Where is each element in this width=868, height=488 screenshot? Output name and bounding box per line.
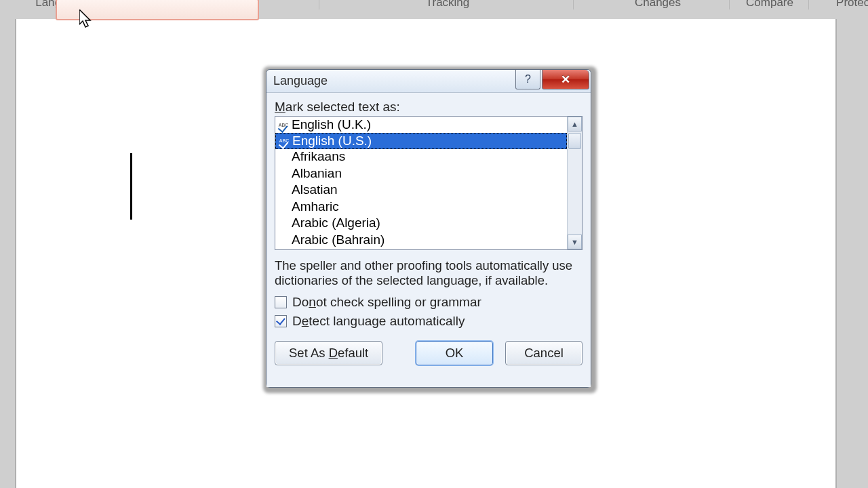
ribbon-group-tracking: Tracking <box>420 0 475 5</box>
dialog-close-button[interactable]: ✕ <box>542 70 589 89</box>
scrollbar[interactable]: ▲ ▼ <box>567 117 582 249</box>
language-listbox[interactable]: ABCEnglish (U.K.)ABCEnglish (U.S.)Afrika… <box>275 116 583 250</box>
language-name: Alsatian <box>292 182 338 197</box>
language-name: Afrikaans <box>292 149 345 164</box>
mouse-cursor-icon <box>79 9 97 30</box>
info-text: The speller and other proofing tools aut… <box>275 258 583 288</box>
mark-text-label: Mark selected text as: <box>275 100 583 115</box>
language-option[interactable]: ABCEnglish (U.S.) <box>275 133 567 150</box>
checkbox-icon[interactable] <box>275 296 287 308</box>
dialog-button-row: Set As Default OK Cancel <box>275 341 583 365</box>
text-caret <box>130 153 132 220</box>
dialog-body: Mark selected text as: ABCEnglish (U.K.)… <box>267 93 591 387</box>
help-icon: ? <box>525 73 531 85</box>
language-name: Arabic (Bahrain) <box>292 232 384 247</box>
scroll-down-button[interactable]: ▼ <box>568 235 582 249</box>
language-name: Albanian <box>292 166 342 181</box>
ok-button[interactable]: OK <box>416 341 493 365</box>
ribbon-group-comments: Comments <box>190 0 258 5</box>
language-option[interactable]: Albanian <box>275 165 567 182</box>
language-name: English (U.K.) <box>292 117 371 132</box>
set-default-button[interactable]: Set As Default <box>275 341 382 365</box>
language-name: Amharic <box>292 199 339 214</box>
ribbon-group-changes: Changes <box>631 0 685 5</box>
cancel-button[interactable]: Cancel <box>505 341 583 365</box>
checkbox-no-spellcheck[interactable]: Do not check spelling or grammar <box>275 295 583 310</box>
language-option[interactable]: Amharic <box>275 199 567 216</box>
spellcheck-icon: ABC <box>277 135 291 147</box>
dialog-title: Language <box>273 74 328 88</box>
ribbon-group-language: Language <box>0 0 122 5</box>
dialog-titlebar[interactable]: Language ? ✕ <box>267 70 591 93</box>
language-name: English (U.S.) <box>292 134 372 148</box>
svg-marker-0 <box>79 9 90 27</box>
scroll-up-button[interactable]: ▲ <box>568 117 582 131</box>
checkbox-icon[interactable] <box>275 315 287 327</box>
language-name: Arabic (Algeria) <box>292 216 380 230</box>
ribbon-group-compare: Compare <box>743 0 797 5</box>
ribbon-group-protect: Protect <box>834 0 868 5</box>
language-option[interactable]: Arabic (Algeria) <box>275 215 567 232</box>
checkbox-detect-language[interactable]: Detect language automatically <box>275 314 583 329</box>
spellcheck-icon: ABC <box>277 119 290 131</box>
language-option[interactable]: Alsatian <box>275 182 567 199</box>
language-dialog: Language ? ✕ Mark selected text as: ABCE… <box>266 69 591 388</box>
scroll-thumb[interactable] <box>568 133 581 149</box>
language-option[interactable]: ABCEnglish (U.K.) <box>275 117 567 134</box>
ribbon-group-labels: Language Comments Tracking Changes Compa… <box>0 0 868 9</box>
language-option[interactable]: Arabic (Bahrain) <box>275 232 567 249</box>
close-icon: ✕ <box>561 73 570 87</box>
dialog-help-button[interactable]: ? <box>515 70 540 89</box>
language-option[interactable]: Afrikaans <box>275 148 567 165</box>
